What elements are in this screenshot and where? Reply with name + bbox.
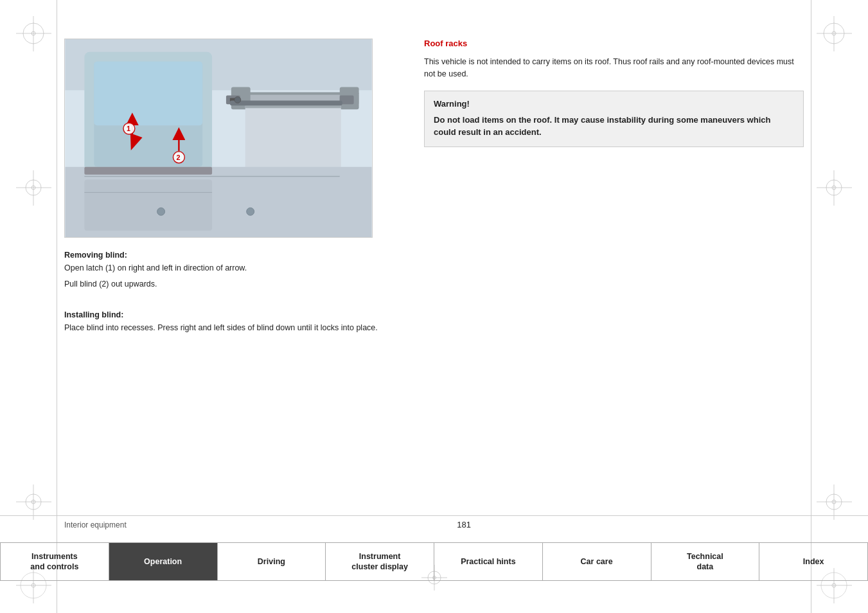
tab-instruments-and-controls[interactable]: Instruments and controls bbox=[0, 543, 109, 580]
svg-rect-57 bbox=[230, 100, 342, 105]
installing-blind-text: Place blind into recesses. Press right a… bbox=[64, 322, 398, 334]
main-content: 1 1 2 bbox=[64, 26, 804, 510]
warning-box: Warning! Do not load items on the roof. … bbox=[424, 91, 804, 147]
svg-rect-40 bbox=[94, 62, 202, 125]
removing-blind-step2: Pull blind (2) out upwards. bbox=[64, 278, 398, 290]
tab-navigation: Instruments and controls Operation Drivi… bbox=[0, 542, 868, 581]
tab-car-care[interactable]: Car care bbox=[543, 543, 651, 580]
reg-mark-tr bbox=[817, 16, 852, 51]
svg-text:1: 1 bbox=[127, 125, 130, 132]
reg-mark-bl bbox=[16, 484, 51, 520]
installing-blind-title: Installing blind: bbox=[64, 310, 398, 319]
reg-mark-ml bbox=[16, 170, 51, 206]
svg-point-55 bbox=[247, 208, 254, 215]
left-column: 1 1 2 bbox=[64, 26, 398, 510]
svg-rect-51 bbox=[84, 180, 212, 231]
page-number: 181 bbox=[457, 520, 471, 529]
tab-operation[interactable]: Operation bbox=[109, 543, 218, 580]
svg-point-56 bbox=[157, 208, 165, 215]
removing-blind-step1: Open latch (1) on right and left in dire… bbox=[64, 262, 398, 274]
roof-racks-body: This vehicle is not intended to carry it… bbox=[424, 56, 804, 80]
roof-racks-title: Roof racks bbox=[424, 39, 804, 48]
tab-index[interactable]: Index bbox=[759, 543, 868, 580]
svg-rect-54 bbox=[84, 167, 212, 175]
reg-mark-mr bbox=[817, 170, 852, 206]
reg-mark-tl bbox=[16, 16, 51, 51]
svg-text:2: 2 bbox=[176, 154, 180, 161]
tab-driving[interactable]: Driving bbox=[218, 543, 326, 580]
warning-body: Do not load items on the roof. It may ca… bbox=[434, 114, 794, 139]
tab-practical-hints[interactable]: Practical hints bbox=[434, 543, 543, 580]
right-column: Roof racks This vehicle is not intended … bbox=[424, 26, 804, 510]
tab-instrument-cluster-display[interactable]: Instrument cluster display bbox=[326, 543, 434, 580]
tab-technical-data[interactable]: Technical data bbox=[651, 543, 760, 580]
warning-title: Warning! bbox=[434, 99, 794, 109]
page-footer-right bbox=[802, 520, 804, 529]
section-label: Interior equipment bbox=[64, 520, 127, 529]
car-illustration-svg: 1 1 2 bbox=[65, 39, 372, 237]
removing-blind-title: Removing blind: bbox=[64, 251, 398, 260]
page-footer: Interior equipment 181 bbox=[0, 515, 868, 529]
svg-point-58 bbox=[235, 96, 241, 103]
car-illustration-container: 1 1 2 bbox=[64, 39, 373, 238]
reg-mark-br bbox=[817, 484, 852, 520]
